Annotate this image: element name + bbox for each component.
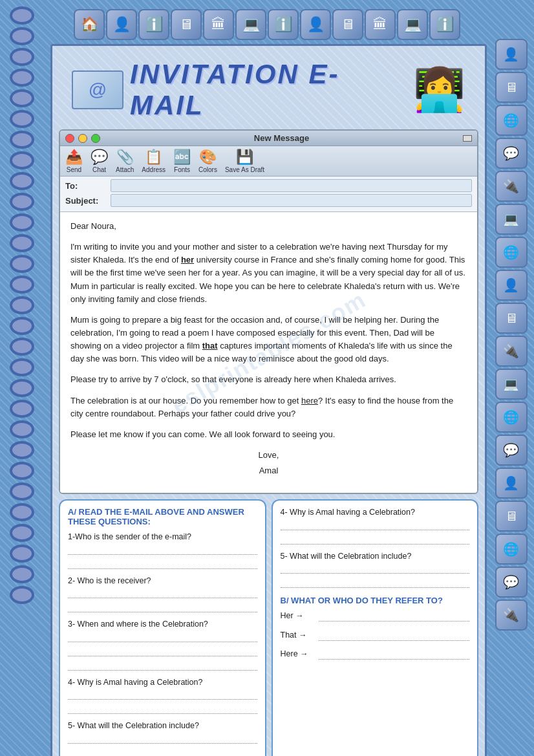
top-icon-info: ℹ️	[138, 9, 169, 40]
answer-line-4	[68, 692, 257, 700]
address-icon: 📋	[145, 149, 162, 166]
right-icon-8: 👤	[495, 270, 528, 301]
spiral-ring	[10, 275, 34, 294]
right-icon-4: 💬	[495, 138, 528, 169]
top-icon-building: 🏛	[203, 9, 234, 40]
spiral-ring	[10, 462, 34, 480]
question-2: 2- Who is the receiver?	[68, 576, 257, 587]
spiral-binding	[0, 0, 44, 756]
top-icon-monitor2: 🖥	[332, 9, 363, 40]
subject-input[interactable]	[111, 194, 472, 207]
that-label: That →	[281, 630, 316, 642]
spiral-ring	[10, 358, 34, 376]
send-icon: 📤	[65, 149, 83, 166]
right-answer-line-4	[281, 523, 470, 530]
chat-label: Chat	[92, 166, 106, 173]
address-button[interactable]: 📋 Address	[142, 149, 166, 173]
spiral-ring	[10, 151, 34, 169]
right-question-4: 4- Why is Amal having a Celebration?	[281, 507, 470, 519]
underline-here: here	[301, 396, 318, 405]
answer-line-4b	[68, 706, 257, 714]
greeting: Dear Noura,	[70, 220, 467, 233]
top-icon-monitor: 🖥	[171, 9, 202, 40]
top-icon-laptop2: 💻	[397, 9, 428, 40]
right-icon-9: 🖥	[495, 303, 528, 334]
question-3: 3- When and where is the Celebration?	[68, 619, 257, 631]
right-icon-6: 💻	[495, 204, 528, 235]
outer-border: 🏠 👤 ℹ️ 🖥 🏛 💻 ℹ️ 👤 🖥 🏛 💻 ℹ️	[0, 0, 534, 756]
attach-label: Attach	[116, 166, 134, 173]
right-answer-line-4b	[281, 537, 470, 545]
colors-button[interactable]: 🎨 Colors	[198, 149, 217, 173]
to-label: To:	[65, 181, 111, 191]
fonts-button[interactable]: 🔤 Fonts	[173, 149, 191, 173]
minimize-button[interactable]	[78, 134, 87, 143]
answer-line-5	[68, 736, 257, 744]
chat-button[interactable]: 💬 Chat	[91, 149, 108, 173]
spiral-ring	[10, 296, 34, 314]
right-side-icons: 👤 🖥 🌐 💬 🔌 💻 🌐 👤 🖥 🔌 💻 🌐 💬 👤 🖥 🌐 💬 🔌	[493, 39, 529, 631]
right-icon-2: 🖥	[495, 72, 528, 103]
right-icon-3: 🌐	[495, 105, 528, 136]
close-button[interactable]	[65, 134, 74, 143]
attach-icon: 📎	[116, 149, 134, 166]
top-icon-home: 🏠	[74, 9, 105, 40]
fonts-icon: 🔤	[173, 149, 191, 166]
left-exercise-box: A/ READ THE E-MAIL ABOVE AND ANSWER THES…	[59, 499, 266, 756]
spiral-ring	[10, 379, 34, 397]
maximize-button[interactable]	[91, 134, 100, 143]
paragraph3: Please try to arrive by 7 o'clock, so th…	[70, 373, 467, 386]
top-icon-building2: 🏛	[365, 9, 396, 40]
spiral-ring	[10, 586, 34, 604]
spiral-ring	[10, 234, 34, 252]
that-dotted-line	[319, 633, 470, 641]
answer-line-3b	[68, 649, 257, 656]
spiral-ring	[10, 524, 34, 542]
chat-icon: 💬	[91, 149, 108, 166]
spiral-ring	[10, 27, 34, 45]
right-question-5: 5- What will the Celebration include?	[281, 551, 470, 563]
her-dotted-line	[319, 614, 470, 621]
spiral-ring	[10, 420, 34, 438]
colors-icon: 🎨	[199, 149, 217, 166]
spiral-ring	[10, 338, 34, 356]
email-fields: To: Subject:	[60, 177, 477, 212]
email-body: eslprintables.com Dear Noura, I'm writin…	[60, 212, 477, 493]
her-label: Her →	[281, 610, 316, 622]
to-field-row: To:	[65, 179, 472, 192]
right-icon-7: 🌐	[495, 237, 528, 268]
main-content: @ INVITATION E-MAIL 👩‍💻 New Message 📤 Se…	[50, 44, 487, 756]
to-input[interactable]	[111, 179, 472, 192]
fonts-label: Fonts	[174, 166, 190, 173]
save-draft-button[interactable]: 💾 Save As Draft	[225, 149, 264, 173]
question-4: 4- Why is Amal having a Celebration?	[68, 677, 257, 689]
email-titlebar: New Message	[60, 131, 477, 146]
address-label: Address	[142, 166, 166, 173]
right-answer-line-5b	[281, 580, 470, 588]
attach-button[interactable]: 📎 Attach	[116, 149, 134, 173]
expand-icon[interactable]	[463, 135, 472, 142]
top-icon-laptop: 💻	[235, 9, 266, 40]
answer-line-3c	[68, 663, 257, 671]
answer-line-3	[68, 634, 257, 642]
save-draft-icon: 💾	[236, 149, 253, 166]
top-icon-info2: ℹ️	[268, 9, 299, 40]
titlebar-title: New Message	[104, 133, 459, 143]
spiral-ring	[10, 400, 34, 418]
right-icon-5: 🔌	[495, 171, 528, 202]
send-label: Send	[67, 166, 81, 173]
spiral-ring	[10, 131, 34, 149]
right-icon-14: 👤	[495, 468, 528, 499]
spiral-ring	[10, 172, 34, 190]
spiral-ring	[10, 48, 34, 66]
save-draft-label: Save As Draft	[225, 166, 264, 173]
send-button[interactable]: 📤 Send	[65, 149, 83, 173]
right-icon-11: 💻	[495, 369, 528, 400]
underline-her: her	[181, 255, 194, 265]
exercise-b-title: B/ WHAT OR WHO DO THEY REFER TO?	[281, 596, 470, 605]
spiral-ring	[10, 441, 34, 459]
right-icon-17: 💬	[495, 567, 528, 598]
question-1: 1-Who is the sender of the e-mail?	[68, 532, 257, 543]
question-5: 5- What will the Celebration include?	[68, 720, 257, 732]
closing: Love,	[70, 449, 467, 462]
